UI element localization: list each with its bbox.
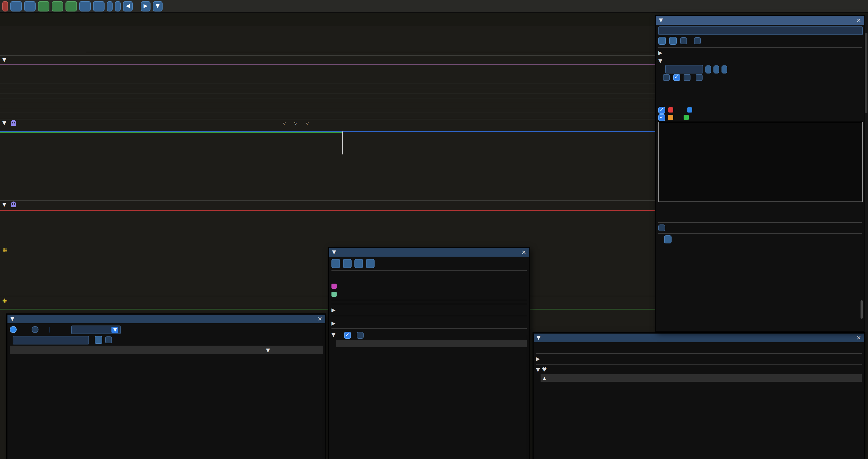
min-bin-plus-button[interactable] <box>713 65 719 73</box>
zone-marker-icon: ▽ <box>283 121 286 126</box>
min-bin-input[interactable] <box>665 65 703 73</box>
memory-table <box>540 382 862 457</box>
collapse-icon: ▼ <box>536 367 540 372</box>
ignore-case-checkbox[interactable] <box>680 37 687 44</box>
prev-frame-button[interactable]: ◀ <box>123 1 133 11</box>
find-zone-button[interactable] <box>38 1 50 11</box>
expand-icon: ▶ <box>536 356 540 361</box>
group-mean-swatch <box>668 115 673 120</box>
reset-button[interactable] <box>721 65 727 73</box>
close-icon[interactable]: ✕ <box>856 17 861 24</box>
zone-info-titlebar[interactable]: ▼ ✕ <box>329 248 529 257</box>
collapse-icon: ▼ <box>659 18 663 23</box>
mean-lines-checkbox[interactable] <box>658 106 665 113</box>
zone-marker-icon: ▽ <box>294 121 297 126</box>
memory-usage-header[interactable]: ▦ <box>2 247 13 253</box>
messages-expander[interactable]: ▼ <box>332 331 527 339</box>
collapse-icon: ▼ <box>536 335 540 340</box>
source-button[interactable] <box>366 259 375 268</box>
messages-button[interactable] <box>24 1 36 11</box>
statistics-table-header[interactable]: ▼ <box>10 346 323 354</box>
show-zone-time-checkbox[interactable] <box>658 224 665 231</box>
zone-info-window: ▼ ✕ ▶ <box>329 248 530 459</box>
find-zone-titlebar[interactable]: ▼ ✕ <box>656 16 864 25</box>
statistics-table <box>10 355 323 457</box>
cpu-data-header[interactable]: ▼ <box>2 57 9 63</box>
instrumentation-radio[interactable] <box>10 326 17 333</box>
statistics-button[interactable] <box>52 1 63 11</box>
self-time-checkbox[interactable] <box>696 74 703 81</box>
close-icon[interactable]: ✕ <box>521 249 526 256</box>
median-time-swatch <box>687 107 692 112</box>
find-button[interactable] <box>658 36 666 44</box>
ghost-icon <box>11 201 16 207</box>
time-relative-checkbox[interactable] <box>344 332 351 338</box>
power-button[interactable] <box>2 1 8 11</box>
clear-found-button[interactable] <box>664 235 672 243</box>
grid-icon: ▦ <box>2 247 7 253</box>
statistics-window: ▼ ✕ | ▼ <box>7 314 326 459</box>
allocations-list-expander[interactable]: ▶ <box>332 320 527 327</box>
frame-limit-line <box>0 210 655 211</box>
memory-window: ▼ ✕ ▶ ▼ ♥ ▲ <box>533 333 865 459</box>
histogram-expander[interactable]: ▼ <box>658 57 862 64</box>
left-arrow-icon: ◀ <box>126 3 130 9</box>
limit-range-checkbox[interactable] <box>694 37 701 44</box>
info-button[interactable] <box>93 1 104 11</box>
cumulate-time-checkbox[interactable] <box>684 74 690 81</box>
heart-icon: ♥ <box>542 366 547 372</box>
running-line <box>0 132 342 133</box>
go-to-parent-button[interactable] <box>343 259 351 268</box>
sampling-radio[interactable] <box>32 326 38 333</box>
wait-regions-expander[interactable]: ▶ <box>332 306 527 314</box>
down-arrow-icon: ▼ <box>156 3 160 9</box>
glthread-header[interactable]: ▼ <box>2 120 16 126</box>
group-lines-checkbox[interactable] <box>658 114 665 121</box>
clear-filter-button[interactable] <box>95 336 102 344</box>
close-icon[interactable]: ✕ <box>317 316 322 322</box>
log-values-checkbox[interactable] <box>663 74 670 81</box>
gauge-icon: ◉ <box>2 297 7 303</box>
frame-separator-line <box>86 52 655 52</box>
close-icon[interactable]: ✕ <box>856 335 861 341</box>
main-scrollbar-thumb[interactable] <box>865 33 867 113</box>
cpu-usage-header[interactable]: ◉ <box>2 297 13 303</box>
collapse-icon: ▼ <box>658 58 662 63</box>
filter-input[interactable] <box>13 335 89 344</box>
messages-table-header <box>336 340 527 347</box>
next-frame-button[interactable]: ▶ <box>141 1 151 11</box>
options-button[interactable] <box>10 1 22 11</box>
chevron-down-icon: ▼ <box>112 326 119 333</box>
play-icon: ▶ <box>144 3 148 9</box>
main-toolbar: ◀ ▶ ▼ <box>0 0 868 13</box>
zone-marker-icon: ▽ <box>306 121 309 126</box>
statistics-titlebar[interactable]: ▼ ✕ <box>7 315 325 323</box>
compare-button[interactable] <box>79 1 91 11</box>
memory-titlebar[interactable]: ▼ ✕ <box>534 333 864 342</box>
cpu-usage-line <box>0 309 655 309</box>
memory-button[interactable] <box>65 1 77 11</box>
clear-button[interactable] <box>669 36 677 44</box>
zone-statistics-button[interactable] <box>354 259 363 268</box>
tools-button[interactable] <box>107 1 113 11</box>
find-zone-window: ▼ ✕ ▶ ▼ <box>655 15 865 332</box>
active-allocations-expander[interactable]: ▼ ♥ <box>536 366 862 373</box>
timing-select[interactable]: ▼ <box>71 325 121 334</box>
streamingmanager-header[interactable]: ▼ <box>2 201 16 207</box>
allocations-expander[interactable]: ▶ <box>536 355 862 362</box>
main-scrollbar-track[interactable] <box>864 15 868 332</box>
ghost-icon <box>11 120 16 126</box>
find-zone-histogram[interactable] <box>659 122 862 201</box>
matched-locations-expander[interactable]: ▶ <box>658 50 862 57</box>
exclude-children-checkbox[interactable] <box>357 332 364 338</box>
frame-dropdown-button[interactable]: ▼ <box>153 1 162 11</box>
min-bin-minus-button[interactable] <box>706 65 711 73</box>
zoom-to-zone-button[interactable] <box>332 259 340 268</box>
memory-table-header[interactable]: ▲ <box>540 374 862 382</box>
limit-range-checkbox[interactable] <box>105 336 112 343</box>
histogram-axis-ticks <box>658 202 863 206</box>
find-zone-input[interactable] <box>658 26 863 35</box>
log-time-checkbox[interactable] <box>673 74 680 81</box>
list-scrollbar[interactable] <box>861 300 863 319</box>
zoom-button[interactable] <box>115 1 121 11</box>
